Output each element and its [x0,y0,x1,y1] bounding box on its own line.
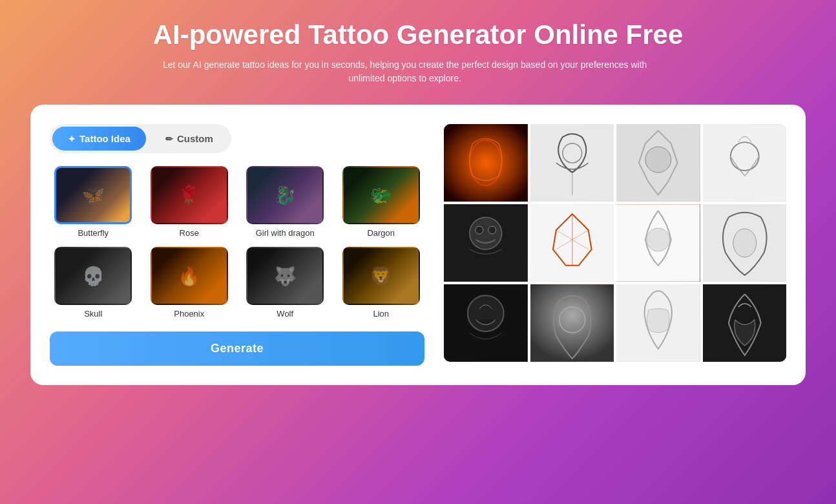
svg-point-19 [468,295,504,331]
svg-point-6 [645,147,671,173]
gallery-cell-6 [530,204,614,282]
tattoo-img-rose: 🌹 [151,166,228,224]
pencil-icon: ✏ [165,134,173,144]
tattoo-img-wolf: 🐺 [246,247,324,305]
right-panel [444,124,786,362]
tattoo-label-lion: Lion [373,309,389,319]
main-card: ✦ Tattoo Idea ✏ Custom 🦋 Butterfly 🌹 [30,105,806,385]
gallery-cell-3 [616,124,700,202]
gallery-cell-10 [530,284,614,362]
tattoo-item-skull[interactable]: 💀 Skull [50,247,137,319]
tattoo-selector-grid: 🦋 Butterfly 🌹 Rose 🐉 Girl with dragon 🐲 [50,166,424,319]
tattoo-label-girl-dragon: Girl with dragon [256,228,315,238]
tattoo-item-butterfly[interactable]: 🦋 Butterfly [50,166,137,238]
tattoo-label-butterfly: Butterfly [78,228,109,238]
tattoo-label-dragon: Dargon [367,228,395,238]
tattoo-item-rose[interactable]: 🌹 Rose [146,166,233,238]
gallery-cell-7 [616,204,700,282]
svg-point-17 [733,229,756,257]
tattoo-item-dragon[interactable]: 🐲 Dargon [338,166,425,238]
tattoo-img-lion: 🦁 [342,247,420,305]
gallery-grid [444,124,786,362]
gallery-cell-4 [703,124,787,202]
tattoo-label-wolf: Wolf [277,309,293,319]
svg-rect-23 [703,284,787,362]
tattoo-item-girl-dragon[interactable]: 🐉 Girl with dragon [242,166,329,238]
generate-button[interactable]: Generate [50,331,424,366]
tattoo-item-phoenix[interactable]: 🔥 Phoenix [146,247,233,319]
left-panel: ✦ Tattoo Idea ✏ Custom 🦋 Butterfly 🌹 [50,124,424,366]
svg-point-12 [488,226,496,234]
page-title: AI-powered Tattoo Generator Online Free [153,19,684,50]
tattoo-img-dragon: 🐲 [342,166,420,224]
gallery-cell-12 [703,284,787,362]
tab-tattoo-idea[interactable]: ✦ Tattoo Idea [52,127,146,151]
tattoo-img-girl-dragon: 🐉 [246,166,324,224]
sparkle-icon: ✦ [68,134,76,144]
svg-point-11 [475,226,483,234]
tattoo-img-butterfly: 🦋 [54,166,132,224]
gallery-cell-2 [530,124,614,202]
gallery-cell-11 [616,284,700,362]
gallery-cell-5 [444,204,528,282]
svg-point-15 [647,228,670,251]
tattoo-item-lion[interactable]: 🦁 Lion [338,247,425,319]
svg-point-10 [470,217,502,249]
tattoo-label-phoenix: Phoenix [174,309,204,319]
tattoo-item-wolf[interactable]: 🐺 Wolf [242,247,329,319]
tab-bar: ✦ Tattoo Idea ✏ Custom [50,124,231,153]
svg-rect-0 [444,124,528,202]
gallery-cell-1 [444,124,528,202]
gallery-cell-9 [444,284,528,362]
gallery-cell-8 [703,204,787,282]
tab-custom[interactable]: ✏ Custom [150,127,229,151]
tattoo-label-skull: Skull [84,309,102,319]
page-header: AI-powered Tattoo Generator Online Free … [153,19,684,85]
svg-rect-7 [703,124,787,202]
tattoo-label-rose: Rose [180,228,199,238]
tattoo-img-phoenix: 🔥 [151,247,228,305]
tattoo-img-skull: 💀 [54,247,132,305]
page-subtitle: Let our AI generate tattoo ideas for you… [153,58,657,85]
